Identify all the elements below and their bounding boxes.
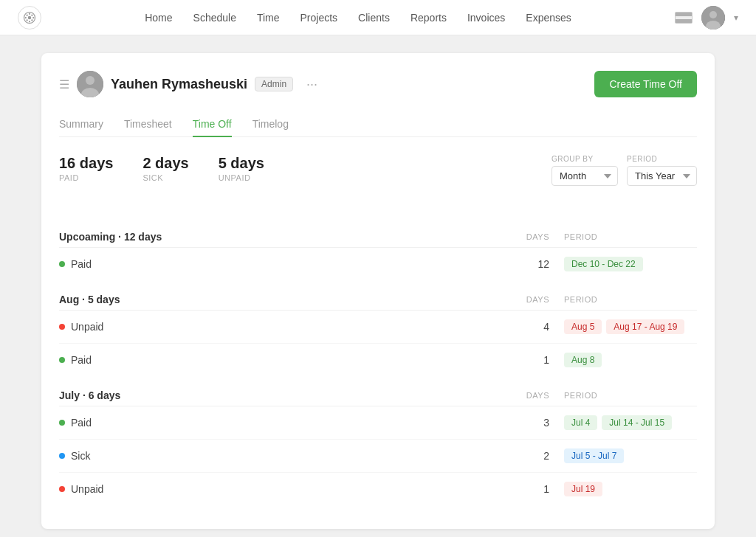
svg-point-4 — [25, 16, 27, 18]
type-label-aug-unpaid: Unpaid — [71, 321, 103, 333]
type-label-july-paid: Paid — [71, 417, 92, 429]
stat-unpaid: 5 days UNPAID — [219, 155, 264, 182]
days-aug-unpaid: 4 — [490, 321, 549, 333]
group-by-control: GROUP BY Month Week Day — [551, 155, 618, 186]
dot-green-icon-july — [59, 420, 65, 426]
row-july-unpaid: Unpaid 1 Jul 19 — [59, 473, 697, 505]
period-upcoming-paid: Dec 10 - Dec 22 — [549, 257, 697, 271]
row-type-aug-paid: Paid — [59, 354, 490, 366]
period-label: PERIOD — [627, 155, 697, 163]
badge-aug17-aug19[interactable]: Aug 17 - Aug 19 — [606, 319, 684, 334]
dot-red-icon-july — [59, 486, 65, 492]
tab-time-off[interactable]: Time Off — [193, 112, 232, 137]
dot-blue-icon-july — [59, 453, 65, 459]
col-period-upcoming: PERIOD — [549, 232, 697, 241]
stat-sick: 2 days SICK — [142, 155, 188, 182]
badge-jul4[interactable]: Jul 4 — [564, 415, 597, 430]
stat-paid-label: PAID — [59, 173, 113, 182]
section-upcoming: Upcoaming · 12 days DAYS PERIOD Paid 12 … — [59, 224, 697, 280]
row-july-paid: Paid 3 Jul 4 Jul 14 - Jul 15 — [59, 406, 697, 440]
svg-point-8 — [31, 14, 32, 15]
badge-jul19[interactable]: Jul 19 — [564, 482, 602, 496]
svg-rect-11 — [676, 13, 692, 16]
nav-clients[interactable]: Clients — [358, 12, 390, 24]
hamburger-icon[interactable]: ☰ — [59, 77, 69, 91]
period-aug-paid: Aug 8 — [549, 353, 697, 367]
tab-bar: Summary Timesheet Time Off Timelog — [59, 112, 697, 137]
stats-row: 16 days PAID 2 days SICK 5 days UNPAID — [59, 155, 264, 182]
nav-time[interactable]: Time — [257, 12, 280, 24]
svg-point-9 — [27, 19, 28, 21]
svg-point-3 — [29, 21, 30, 22]
badge-aug5[interactable]: Aug 5 — [564, 319, 602, 334]
tab-timelog[interactable]: Timelog — [252, 112, 289, 137]
nav-expenses[interactable]: Expenses — [526, 12, 571, 24]
nav-right: ▾ — [675, 6, 738, 30]
nav-home[interactable]: Home — [145, 12, 172, 24]
section-aug-title: Aug · 5 days — [59, 294, 490, 305]
row-upcoming-paid: Paid 12 Dec 10 - Dec 22 — [59, 248, 697, 280]
days-upcoming-paid: 12 — [490, 258, 549, 270]
days-aug-paid: 1 — [490, 354, 549, 366]
badge-jul5-jul7[interactable]: Jul 5 - Jul 7 — [564, 448, 624, 463]
svg-point-1 — [28, 15, 32, 19]
nav-reports[interactable]: Reports — [410, 12, 447, 24]
row-aug-unpaid: Unpaid 4 Aug 5 Aug 17 - Aug 19 — [59, 311, 697, 344]
nav-links: Home Schedule Time Projects Clients Repo… — [145, 12, 571, 24]
type-label-upcoming-paid: Paid — [71, 258, 92, 270]
header-left: ☰ Yauhen Rymasheuski Admin ··· — [59, 71, 594, 97]
col-days-aug: DAYS — [490, 295, 549, 304]
period-aug-unpaid: Aug 5 Aug 17 - Aug 19 — [549, 319, 697, 334]
days-july-sick: 2 — [490, 450, 549, 462]
flag-icon — [675, 12, 693, 24]
card-header: ☰ Yauhen Rymasheuski Admin ··· Create Ti… — [59, 71, 697, 97]
period-select[interactable]: This Year Last Year Custom — [627, 166, 697, 186]
stat-sick-label: SICK — [142, 173, 188, 182]
stat-unpaid-label: UNPAID — [219, 173, 264, 182]
row-type-july-paid: Paid — [59, 417, 490, 429]
row-type-july-unpaid: Unpaid — [59, 483, 490, 495]
row-type-upcoming-paid: Paid — [59, 258, 490, 270]
col-period-aug: PERIOD — [549, 295, 697, 304]
user-avatar-topnav[interactable] — [701, 6, 725, 30]
section-aug-header: Aug · 5 days DAYS PERIOD — [59, 286, 697, 311]
create-time-off-button[interactable]: Create Time Off — [594, 71, 697, 97]
user-card: ☰ Yauhen Rymasheuski Admin ··· Create Ti… — [41, 53, 715, 529]
user-menu-chevron[interactable]: ▾ — [734, 13, 738, 23]
section-july-title: July · 6 days — [59, 389, 490, 401]
row-type-aug-unpaid: Unpaid — [59, 321, 490, 333]
nav-invoices[interactable]: Invoices — [467, 12, 505, 24]
admin-badge: Admin — [255, 77, 293, 91]
group-by-select[interactable]: Month Week Day — [551, 166, 618, 186]
dot-red-icon-aug-unpaid — [59, 324, 65, 330]
main-content: ☰ Yauhen Rymasheuski Admin ··· Create Ti… — [24, 35, 732, 537]
period-july-paid: Jul 4 Jul 14 - Jul 15 — [549, 415, 697, 430]
nav-projects[interactable]: Projects — [300, 12, 338, 24]
badge-dec10-dec22[interactable]: Dec 10 - Dec 22 — [564, 257, 643, 271]
type-label-july-unpaid: Unpaid — [71, 483, 103, 495]
period-july-unpaid: Jul 19 — [549, 482, 697, 496]
row-july-sick: Sick 2 Jul 5 - Jul 7 — [59, 440, 697, 473]
period-july-sick: Jul 5 - Jul 7 — [549, 448, 697, 463]
user-avatar — [77, 71, 103, 97]
more-options-icon[interactable]: ··· — [306, 77, 317, 92]
row-type-july-sick: Sick — [59, 450, 490, 462]
section-upcoming-header: Upcoaming · 12 days DAYS PERIOD — [59, 224, 697, 248]
stat-paid-value: 16 days — [59, 155, 113, 172]
tab-timesheet[interactable]: Timesheet — [124, 112, 172, 137]
col-days-upcoming: DAYS — [490, 232, 549, 241]
svg-rect-12 — [676, 19, 692, 23]
tab-summary[interactable]: Summary — [59, 112, 103, 137]
nav-schedule[interactable]: Schedule — [193, 12, 236, 24]
group-by-label: GROUP BY — [551, 155, 618, 163]
badge-aug8[interactable]: Aug 8 — [564, 353, 602, 367]
dot-green-icon-aug — [59, 357, 65, 363]
dot-green-icon — [59, 261, 65, 267]
section-july: July · 6 days DAYS PERIOD Paid 3 Jul 4 J… — [59, 382, 697, 505]
app-logo[interactable] — [18, 6, 41, 30]
stat-unpaid-value: 5 days — [219, 155, 264, 172]
badge-jul14-jul15[interactable]: Jul 14 - Jul 15 — [602, 415, 672, 430]
stat-paid: 16 days PAID — [59, 155, 113, 182]
section-july-header: July · 6 days DAYS PERIOD — [59, 382, 697, 406]
days-july-unpaid: 1 — [490, 483, 549, 495]
